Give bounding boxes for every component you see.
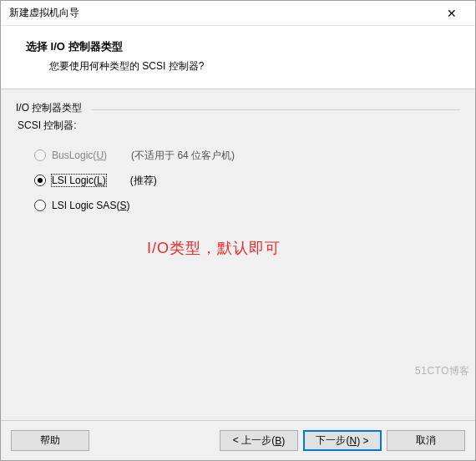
next-button[interactable]: 下一步(N) > [303, 430, 382, 451]
option-lsi-logic-sas[interactable]: LSI Logic SAS(S) [34, 193, 460, 218]
group-divider [91, 109, 460, 110]
window-title: 新建虚拟机向导 [9, 6, 435, 20]
scsi-controller-label: SCSI 控制器: [18, 119, 460, 133]
option-lsi-logic-hint: (推荐) [130, 174, 157, 188]
radio-option-list: BusLogic(U) (不适用于 64 位客户机) LSI Logic(L) … [16, 143, 460, 218]
option-buslogic-hint: (不适用于 64 位客户机) [131, 149, 235, 163]
option-lsi-logic[interactable]: LSI Logic(L) (推荐) [34, 168, 460, 193]
option-buslogic: BusLogic(U) (不适用于 64 位客户机) [34, 143, 460, 168]
back-button[interactable]: < 上一步(B) [220, 430, 298, 451]
watermark: 51CTO博客 [415, 364, 470, 378]
radio-lsi-logic[interactable] [34, 175, 46, 186]
page-title: 选择 I/O 控制器类型 [26, 39, 458, 54]
radio-buslogic [34, 149, 46, 161]
radio-dot-icon [38, 178, 43, 183]
io-controller-group: I/O 控制器类型 SCSI 控制器: BusLogic(U) (不适用于 64… [16, 101, 460, 218]
wizard-footer: 帮助 < 上一步(B) 下一步(N) > 取消 [1, 420, 475, 460]
new-vm-wizard-dialog: 新建虚拟机向导 ✕ 选择 I/O 控制器类型 您要使用何种类型的 SCSI 控制… [0, 0, 476, 461]
annotation-text: I/O类型，默认即可 [147, 238, 281, 258]
close-button[interactable]: ✕ [435, 2, 468, 25]
titlebar: 新建虚拟机向导 ✕ [1, 1, 475, 26]
help-button[interactable]: 帮助 [11, 430, 89, 451]
wizard-header: 选择 I/O 控制器类型 您要使用何种类型的 SCSI 控制器? [1, 26, 475, 89]
close-icon: ✕ [447, 7, 457, 20]
radio-lsi-logic-sas[interactable] [34, 200, 46, 211]
page-subtitle: 您要使用何种类型的 SCSI 控制器? [26, 59, 458, 73]
option-lsi-logic-label[interactable]: LSI Logic(L) [51, 174, 107, 187]
cancel-button[interactable]: 取消 [387, 430, 465, 451]
option-buslogic-label: BusLogic(U) [51, 149, 108, 162]
wizard-content: I/O 控制器类型 SCSI 控制器: BusLogic(U) (不适用于 64… [1, 89, 475, 420]
option-lsi-logic-sas-label[interactable]: LSI Logic SAS(S) [51, 199, 130, 212]
